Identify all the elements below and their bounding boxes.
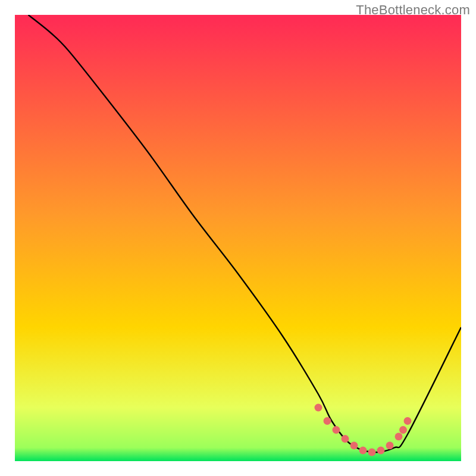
optimal-dot: [350, 441, 358, 449]
optimal-dot: [333, 426, 340, 434]
chart-background: [15, 15, 461, 461]
optimal-dot: [315, 404, 322, 412]
optimal-dot: [395, 433, 403, 440]
optimal-dot: [324, 417, 331, 425]
optimal-dot: [399, 426, 407, 434]
chart-stage: TheBottleneck.com: [0, 0, 476, 476]
optimal-dot: [404, 417, 412, 425]
optimal-dot: [368, 449, 376, 456]
optimal-dot: [386, 441, 394, 449]
optimal-dot: [342, 435, 349, 443]
chart-plot-area: [15, 15, 461, 461]
chart-svg: [15, 15, 461, 461]
optimal-dot: [359, 447, 367, 455]
optimal-dot: [377, 447, 385, 455]
